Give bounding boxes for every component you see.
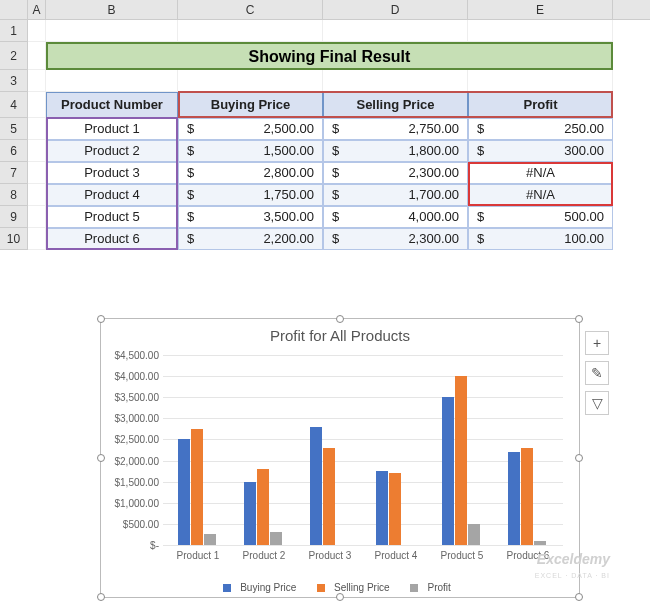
col-header-E[interactable]: E — [468, 0, 613, 19]
selling-cell[interactable]: $1,800.00 — [323, 140, 468, 162]
row-header-10[interactable]: 10 — [0, 228, 27, 250]
row-header-2[interactable]: 2 — [0, 42, 27, 70]
col-header-A[interactable]: A — [28, 0, 46, 19]
row-header-4[interactable]: 4 — [0, 92, 27, 118]
y-tick: $4,500.00 — [105, 350, 159, 361]
selling-cell[interactable]: $4,000.00 — [323, 206, 468, 228]
x-tick: Product 3 — [300, 550, 360, 561]
y-tick: $500.00 — [105, 518, 159, 529]
chart-handle[interactable] — [97, 315, 105, 323]
row-header-6[interactable]: 6 — [0, 140, 27, 162]
selling-cell[interactable]: $2,300.00 — [323, 228, 468, 250]
bar — [323, 448, 335, 545]
bar — [521, 448, 533, 545]
col-header-B[interactable]: B — [46, 0, 178, 19]
y-tick: $3,500.00 — [105, 392, 159, 403]
chart-container[interactable]: Profit for All Products $-$500.00$1,000.… — [100, 318, 580, 598]
row-header-5[interactable]: 5 — [0, 118, 27, 140]
y-tick: $4,000.00 — [105, 371, 159, 382]
header-buying: Buying Price — [178, 92, 323, 118]
chart-elements-button[interactable]: + — [585, 331, 609, 355]
y-tick: $- — [105, 540, 159, 551]
bar — [455, 376, 467, 545]
chart-filters-button[interactable]: ▽ — [585, 391, 609, 415]
buying-cell[interactable]: $1,750.00 — [178, 184, 323, 206]
legend-buying: Buying Price — [240, 582, 296, 593]
bar — [468, 524, 480, 545]
product-cell[interactable]: Product 3 — [46, 162, 178, 184]
row-headers: 1 2 3 4 5 6 7 8 9 10 — [0, 20, 28, 250]
y-tick: $1,500.00 — [105, 476, 159, 487]
bar — [257, 469, 269, 545]
chart-handle[interactable] — [575, 454, 583, 462]
bar — [389, 473, 401, 545]
page-title: Showing Final Result — [46, 42, 613, 70]
product-cell[interactable]: Product 5 — [46, 206, 178, 228]
x-tick: Product 5 — [432, 550, 492, 561]
y-tick: $2,000.00 — [105, 455, 159, 466]
row-header-3[interactable]: 3 — [0, 70, 27, 92]
y-tick: $1,000.00 — [105, 497, 159, 508]
buying-cell[interactable]: $2,800.00 — [178, 162, 323, 184]
legend-profit: Profit — [427, 582, 450, 593]
chart-title: Profit for All Products — [101, 319, 579, 348]
grid[interactable]: Showing Final Result Product Number Buyi… — [28, 20, 650, 250]
chart-styles-button[interactable]: ✎ — [585, 361, 609, 385]
chart-handle[interactable] — [575, 593, 583, 601]
buying-cell[interactable]: $1,500.00 — [178, 140, 323, 162]
bar — [270, 532, 282, 545]
bar — [376, 471, 388, 545]
plus-icon: + — [593, 335, 601, 351]
profit-cell[interactable]: $300.00 — [468, 140, 613, 162]
profit-cell-na[interactable]: #N/A — [468, 162, 613, 184]
selling-cell[interactable]: $2,750.00 — [323, 118, 468, 140]
profit-cell-na[interactable]: #N/A — [468, 184, 613, 206]
legend-selling: Selling Price — [334, 582, 390, 593]
watermark: Exceldemy — [537, 551, 610, 567]
chart-handle[interactable] — [336, 593, 344, 601]
bar — [244, 482, 256, 545]
profit-cell[interactable]: $250.00 — [468, 118, 613, 140]
row-header-9[interactable]: 9 — [0, 206, 27, 228]
buying-cell[interactable]: $2,200.00 — [178, 228, 323, 250]
y-tick: $2,500.00 — [105, 434, 159, 445]
chart-legend: Buying Price Selling Price Profit — [101, 582, 579, 593]
product-cell[interactable]: Product 4 — [46, 184, 178, 206]
chart-plot-area: $-$500.00$1,000.00$1,500.00$2,000.00$2,5… — [163, 355, 563, 545]
col-header-D[interactable]: D — [323, 0, 468, 19]
buying-cell[interactable]: $3,500.00 — [178, 206, 323, 228]
bar — [178, 439, 190, 545]
bar — [310, 427, 322, 545]
chart-handle[interactable] — [575, 315, 583, 323]
product-cell[interactable]: Product 6 — [46, 228, 178, 250]
row-header-8[interactable]: 8 — [0, 184, 27, 206]
bar — [534, 541, 546, 545]
x-tick: Product 1 — [168, 550, 228, 561]
row-header-1[interactable]: 1 — [0, 20, 27, 42]
chart-handle[interactable] — [97, 593, 105, 601]
chart-handle[interactable] — [336, 315, 344, 323]
profit-cell[interactable]: $500.00 — [468, 206, 613, 228]
buying-cell[interactable]: $2,500.00 — [178, 118, 323, 140]
filter-icon: ▽ — [592, 395, 603, 411]
x-tick: Product 4 — [366, 550, 426, 561]
header-selling: Selling Price — [323, 92, 468, 118]
product-cell[interactable]: Product 1 — [46, 118, 178, 140]
row-header-7[interactable]: 7 — [0, 162, 27, 184]
product-cell[interactable]: Product 2 — [46, 140, 178, 162]
watermark-sub: EXCEL · DATA · BI — [535, 572, 610, 579]
select-all-corner[interactable] — [0, 0, 28, 19]
column-headers: A B C D E — [0, 0, 650, 20]
bar — [442, 397, 454, 545]
selling-cell[interactable]: $2,300.00 — [323, 162, 468, 184]
brush-icon: ✎ — [591, 365, 603, 381]
y-tick: $3,000.00 — [105, 413, 159, 424]
chart-handle[interactable] — [97, 454, 105, 462]
col-header-C[interactable]: C — [178, 0, 323, 19]
bar — [204, 534, 216, 545]
header-profit: Profit — [468, 92, 613, 118]
profit-cell[interactable]: $100.00 — [468, 228, 613, 250]
chart-side-buttons: + ✎ ▽ — [585, 331, 609, 421]
header-product: Product Number — [46, 92, 178, 118]
selling-cell[interactable]: $1,700.00 — [323, 184, 468, 206]
